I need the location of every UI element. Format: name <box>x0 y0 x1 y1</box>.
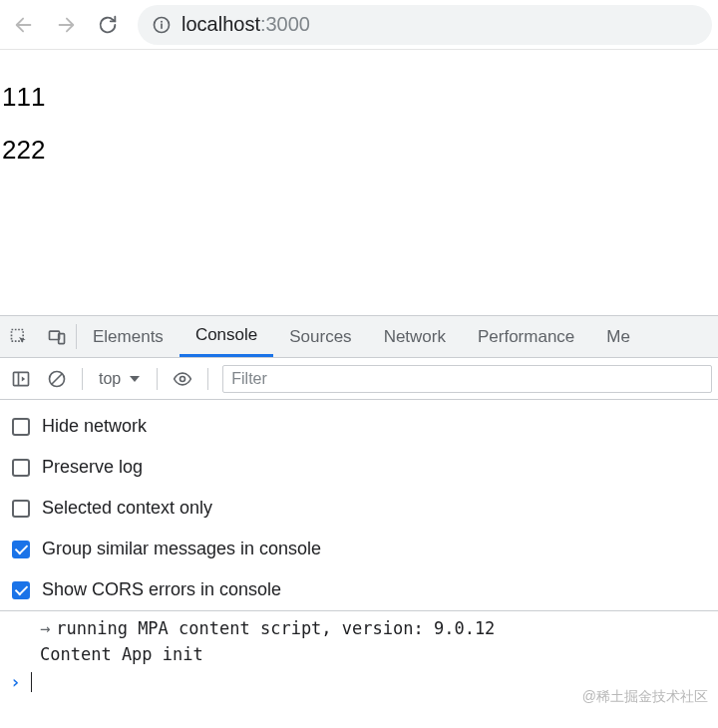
page-line-2: 222 <box>2 135 716 166</box>
svg-point-10 <box>180 376 185 381</box>
devtools-panel: Elements Console Sources Network Perform… <box>0 315 718 728</box>
log-line: Content App init <box>0 641 718 667</box>
context-selector[interactable]: top <box>93 370 147 388</box>
tab-network[interactable]: Network <box>368 316 462 357</box>
tab-elements[interactable]: Elements <box>77 316 180 357</box>
console-settings: Hide network Preserve log Selected conte… <box>0 400 718 611</box>
setting-label: Selected context only <box>42 498 212 519</box>
clear-icon <box>47 369 67 389</box>
caret <box>31 672 32 692</box>
tab-console[interactable]: Console <box>180 316 273 357</box>
separator <box>157 368 158 390</box>
filter-input[interactable] <box>222 365 712 393</box>
inspect-icon <box>9 327 29 347</box>
arrow-left-icon <box>13 14 35 36</box>
address-bar[interactable]: localhost:3000 <box>138 5 712 45</box>
checkbox[interactable] <box>12 418 30 436</box>
separator <box>207 368 208 390</box>
setting-group-similar[interactable]: Group similar messages in console <box>0 529 718 569</box>
live-expression-button[interactable] <box>168 364 197 394</box>
reload-icon <box>97 14 119 36</box>
inspect-button[interactable] <box>0 316 38 357</box>
back-button[interactable] <box>6 7 42 43</box>
browser-toolbar: localhost:3000 <box>0 0 718 50</box>
setting-hide-network[interactable]: Hide network <box>0 406 718 447</box>
checkbox[interactable] <box>12 541 30 558</box>
device-icon <box>47 327 67 347</box>
setting-label: Show CORS errors in console <box>42 579 281 600</box>
setting-label: Preserve log <box>42 457 143 478</box>
context-label: top <box>99 370 121 388</box>
page-line-1: 111 <box>2 82 716 113</box>
info-icon <box>152 15 172 35</box>
arrow-right-icon <box>55 14 77 36</box>
setting-show-cors[interactable]: Show CORS errors in console <box>0 569 718 610</box>
reload-button[interactable] <box>90 7 126 43</box>
setting-preserve-log[interactable]: Preserve log <box>0 447 718 488</box>
prompt-chevron-icon: › <box>10 671 21 692</box>
setting-label: Group similar messages in console <box>42 539 321 559</box>
console-toolbar: top <box>0 358 718 400</box>
forward-button[interactable] <box>48 7 84 43</box>
eye-icon <box>173 369 192 389</box>
devtools-tabbar: Elements Console Sources Network Perform… <box>0 316 718 358</box>
svg-point-2 <box>161 20 163 22</box>
sidebar-toggle-button[interactable] <box>6 364 36 394</box>
sidebar-icon <box>11 369 31 389</box>
setting-selected-context[interactable]: Selected context only <box>0 488 718 529</box>
console-output: →running MPA content script, version: 9.… <box>0 611 718 700</box>
watermark: @稀土掘金技术社区 <box>582 688 708 706</box>
tab-sources[interactable]: Sources <box>273 316 367 357</box>
url-text: localhost:3000 <box>181 13 310 36</box>
tab-more[interactable]: Me <box>590 316 646 357</box>
svg-rect-6 <box>14 372 29 385</box>
chevron-down-icon <box>129 373 141 385</box>
svg-line-9 <box>52 374 62 384</box>
tab-performance[interactable]: Performance <box>462 316 590 357</box>
log-line: →running MPA content script, version: 9.… <box>0 615 718 641</box>
checkbox[interactable] <box>12 500 30 518</box>
separator <box>82 368 83 390</box>
checkbox[interactable] <box>12 581 30 599</box>
clear-console-button[interactable] <box>42 364 72 394</box>
page-content: 111 222 <box>0 50 718 205</box>
device-toggle-button[interactable] <box>38 316 76 357</box>
setting-label: Hide network <box>42 416 147 437</box>
checkbox[interactable] <box>12 459 30 477</box>
